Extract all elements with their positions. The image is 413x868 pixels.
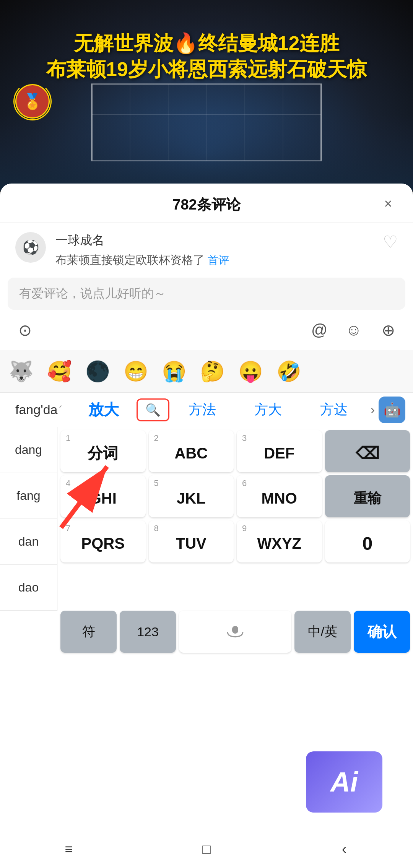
ime-robot-icon[interactable]: 🤖 [379, 397, 405, 423]
suggestions-more-icon[interactable]: › [367, 403, 379, 417]
word-candidates-list: dang fang dan dao [0, 427, 57, 611]
svg-rect-9 [232, 626, 238, 634]
comment-content: 一球成名 布莱顿直接锁定欧联杯资格了 首评 [55, 232, 373, 268]
suggestion-fangda[interactable]: 放大 [70, 395, 136, 424]
pinyin-text: fang'da [15, 402, 57, 417]
emoji-row: 🐺 🥰 🌑 😁 😭 🤔 😛 🤣 [0, 350, 413, 393]
video-background: 无解世界波🔥终结曼城12连胜 布莱顿19岁小将恩西索远射石破天惊 🏅 [0, 0, 413, 191]
keyboard-main: dang fang dan dao 1 分词 2 ABC 3 DEF ⌫ [0, 427, 413, 611]
pinyin-input: fang'daˊ [8, 402, 70, 417]
comment-item: ⚽ 一球成名 布莱顿直接锁定欧联杯资格了 首评 ♡ [0, 223, 413, 278]
key-confirm[interactable]: 确认 [354, 611, 410, 653]
ai-badge: Ai [306, 751, 382, 813]
key-9-wxyz[interactable]: 9 WXYZ [237, 520, 322, 562]
key-1-fenci[interactable]: 1 分词 [60, 430, 146, 472]
emoji-laugh[interactable]: 🤣 [272, 354, 306, 388]
key-delete[interactable]: ⌫ [325, 430, 410, 472]
candidate-dang[interactable]: dang [0, 427, 57, 473]
key-123[interactable]: 123 [120, 611, 176, 653]
video-title: 无解世界波🔥终结曼城12连胜 布莱顿19岁小将恩西索远射石破天惊 [0, 31, 413, 82]
nav-menu-icon[interactable]: ≡ [57, 838, 80, 861]
emoji-cry[interactable]: 😭 [157, 354, 191, 388]
candidate-dan[interactable]: dan [0, 519, 57, 565]
at-icon[interactable]: @ [306, 317, 333, 343]
key-symbol[interactable]: 符 [60, 611, 117, 653]
key-2-abc[interactable]: 2 ABC [149, 430, 234, 472]
comment-text: 布莱顿直接锁定欧联杯资格了 首评 [55, 252, 373, 268]
plus-icon[interactable]: ⊕ [375, 317, 402, 343]
camera-icon[interactable]: ⊙ [11, 317, 38, 343]
emoji-tongue[interactable]: 😛 [233, 354, 268, 388]
key-0[interactable]: 0 [325, 520, 410, 562]
input-placeholder: 有爱评论，说点儿好听的～ [19, 286, 166, 300]
emoji-hearts[interactable]: 🥰 [42, 354, 76, 388]
emoji-icon[interactable]: ☺ [340, 317, 367, 343]
microphone-icon [224, 626, 247, 637]
comment-header: 782条评论 × [0, 184, 413, 223]
heart-icon[interactable]: ♡ [383, 232, 398, 252]
key-4-ghi[interactable]: 4 GHI [60, 475, 146, 517]
key-retry[interactable]: 重输 [325, 475, 410, 517]
suggestions-bar: fang'daˊ 放大 🔍 方法 方大 方达 › 🤖 [0, 393, 413, 427]
navigation-bar: ≡ □ ‹ [0, 830, 413, 868]
key-5-jkl[interactable]: 5 JKL [149, 475, 234, 517]
comment-input-area[interactable]: 有爱评论，说点儿好听的～ [8, 278, 405, 310]
key-7-pqrs[interactable]: 7 PQRS [60, 520, 146, 562]
suggestion-search[interactable]: 🔍 [137, 398, 169, 421]
key-6-mno[interactable]: 6 MNO [237, 475, 322, 517]
close-button[interactable]: × [379, 194, 398, 213]
emoji-moon[interactable]: 🌑 [80, 354, 115, 388]
keypad: 1 分词 2 ABC 3 DEF ⌫ 4 GHI 5 JKL [57, 427, 413, 611]
key-8-tuv[interactable]: 8 TUV [149, 520, 234, 562]
suggestion-fangda2[interactable]: 方大 [235, 397, 301, 423]
candidate-fang[interactable]: fang [0, 473, 57, 519]
suggestion-fangda3[interactable]: 方达 [301, 397, 367, 423]
suggestion-fangfa[interactable]: 方法 [169, 397, 235, 423]
keyboard-bottom-row: 符 123 中/英 确认 [0, 611, 413, 656]
search-icon: 🔍 [145, 403, 161, 417]
video-avatar[interactable]: 🏅 [15, 84, 50, 119]
emoji-grin[interactable]: 😁 [119, 354, 153, 388]
nav-home-icon[interactable]: □ [195, 838, 218, 861]
comment-tag: 首评 [208, 254, 229, 266]
emoji-wolf[interactable]: 🐺 [4, 354, 38, 388]
key-space[interactable] [179, 611, 291, 653]
nav-back-icon[interactable]: ‹ [333, 838, 356, 861]
comment-username: 一球成名 [55, 232, 373, 249]
emoji-think[interactable]: 🤔 [195, 354, 229, 388]
input-toolbar: ⊙ @ ☺ ⊕ [0, 310, 413, 350]
key-lang-switch[interactable]: 中/英 [294, 611, 351, 653]
comment-count-title: 782条评论 [172, 195, 240, 215]
candidate-dao[interactable]: dao [0, 565, 57, 611]
key-3-def[interactable]: 3 DEF [237, 430, 322, 472]
comment-avatar: ⚽ [15, 232, 46, 263]
